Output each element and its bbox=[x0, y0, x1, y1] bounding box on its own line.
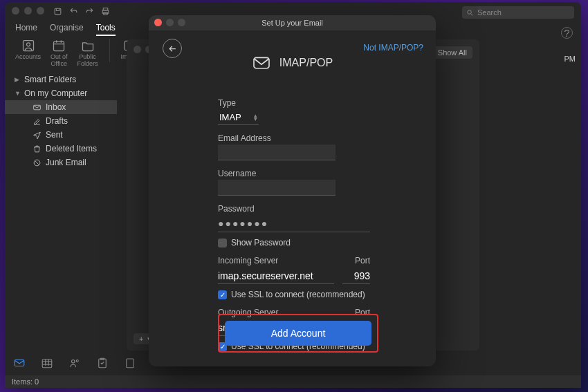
dialog-header: Set Up your Email bbox=[149, 15, 436, 30]
close-dot[interactable] bbox=[154, 19, 162, 26]
type-label: Type bbox=[218, 98, 370, 108]
search-icon bbox=[466, 9, 474, 17]
svg-point-6 bbox=[26, 43, 30, 46]
svg-rect-0 bbox=[55, 8, 61, 15]
traffic-lights bbox=[12, 7, 44, 15]
svg-rect-13 bbox=[42, 360, 52, 368]
incoming-ssl-row[interactable]: ✓Use SSL to connect (recommended) bbox=[218, 290, 370, 299]
svg-point-4 bbox=[468, 10, 472, 14]
svg-rect-17 bbox=[127, 359, 134, 368]
envelope-icon bbox=[252, 55, 271, 71]
password-input[interactable]: ●●●●●●● bbox=[218, 215, 370, 232]
setup-form: Type IMAP▴▾ Email Address Username Passw… bbox=[218, 93, 370, 351]
port-label: Port bbox=[342, 256, 370, 265]
people-tab-icon[interactable] bbox=[68, 357, 81, 372]
calendar-icon bbox=[52, 39, 66, 53]
status-items: Items: 0 bbox=[12, 377, 39, 386]
incoming-port-input[interactable]: 993 bbox=[342, 268, 370, 284]
ribbon-divider bbox=[109, 39, 110, 62]
ribbon-out-of-office[interactable]: Out of Office bbox=[50, 39, 68, 68]
show-all-button[interactable]: Show All bbox=[432, 46, 472, 59]
setup-email-dialog: Set Up your Email Not IMAP/POP? IMAP/POP… bbox=[149, 15, 436, 366]
bottom-tabs bbox=[13, 357, 136, 372]
username-label: Username bbox=[218, 169, 370, 178]
dialog-protocol-title: IMAP/POP bbox=[149, 55, 436, 71]
add-account-highlight: Add Account bbox=[218, 314, 378, 353]
checkbox-checked-icon: ✓ bbox=[218, 290, 227, 299]
close-dot[interactable] bbox=[12, 7, 19, 15]
chevron-right-icon: ▶ bbox=[15, 76, 20, 83]
redo-icon[interactable] bbox=[85, 7, 94, 18]
notes-tab-icon[interactable] bbox=[124, 357, 136, 372]
drafts-icon bbox=[33, 117, 42, 126]
sidebar-smart-folders[interactable]: ▶Smart Folders bbox=[5, 73, 117, 86]
sent-icon bbox=[33, 131, 42, 140]
chevron-down-icon: ▼ bbox=[15, 90, 20, 97]
incoming-server-input[interactable]: imap.secureserver.net bbox=[218, 268, 334, 284]
close-dot[interactable] bbox=[134, 46, 141, 53]
username-input[interactable] bbox=[218, 180, 336, 196]
undo-icon[interactable] bbox=[69, 7, 78, 18]
junk-icon bbox=[33, 158, 42, 167]
trash-icon bbox=[33, 144, 42, 153]
min-dot[interactable] bbox=[166, 19, 174, 26]
min-dot[interactable] bbox=[24, 7, 32, 15]
max-dot[interactable] bbox=[37, 7, 44, 15]
sidebar-inbox[interactable]: Inbox bbox=[5, 100, 117, 114]
add-account-button[interactable]: Add Account bbox=[225, 321, 371, 346]
dialog-title-text: Set Up your Email bbox=[261, 19, 323, 27]
main-tabs: Home Organise Tools bbox=[15, 23, 116, 36]
search-bar[interactable]: Search bbox=[462, 6, 574, 19]
help-icon[interactable]: ? bbox=[561, 27, 573, 39]
save-icon[interactable] bbox=[53, 7, 62, 18]
tasks-tab-icon[interactable] bbox=[96, 357, 109, 372]
svg-rect-5 bbox=[23, 41, 33, 51]
search-placeholder: Search bbox=[477, 8, 502, 17]
folder-icon bbox=[81, 39, 95, 53]
max-dot[interactable] bbox=[178, 19, 185, 26]
tab-tools[interactable]: Tools bbox=[96, 23, 116, 36]
svg-rect-10 bbox=[34, 105, 41, 110]
select-caret-icon: ▴▾ bbox=[254, 114, 257, 121]
arrow-left-icon bbox=[167, 44, 178, 54]
type-select[interactable]: IMAP▴▾ bbox=[218, 109, 259, 125]
svg-rect-12 bbox=[15, 360, 24, 366]
svg-point-15 bbox=[76, 360, 78, 362]
svg-rect-7 bbox=[54, 41, 64, 50]
email-input[interactable] bbox=[218, 144, 336, 160]
svg-point-14 bbox=[72, 360, 75, 364]
mail-tab-icon[interactable] bbox=[13, 357, 26, 372]
ribbon-public-folders[interactable]: Public Folders bbox=[77, 39, 98, 68]
checkbox-unchecked-icon bbox=[218, 239, 227, 248]
sidebar-deleted[interactable]: Deleted Items bbox=[5, 142, 117, 156]
incoming-label: Incoming Server bbox=[218, 256, 342, 265]
print-icon[interactable] bbox=[101, 7, 110, 18]
inbox-icon bbox=[33, 103, 42, 112]
email-label: Email Address bbox=[218, 133, 370, 143]
status-bar: Items: 0 bbox=[5, 375, 581, 388]
not-imap-link[interactable]: Not IMAP/POP? bbox=[363, 43, 423, 53]
ribbon-accounts[interactable]: Accounts bbox=[15, 39, 41, 61]
person-box-icon bbox=[21, 39, 35, 53]
show-password-row[interactable]: Show Password bbox=[218, 238, 370, 248]
svg-rect-18 bbox=[254, 57, 269, 68]
clock-hint: PM bbox=[564, 55, 576, 63]
dialog-traffic-lights bbox=[154, 19, 185, 26]
tab-organise[interactable]: Organise bbox=[50, 23, 84, 36]
sidebar-junk[interactable]: Junk Email bbox=[5, 156, 117, 169]
sidebar: ▶Smart Folders ▼On my Computer Inbox Dra… bbox=[5, 73, 117, 169]
sidebar-on-my-computer[interactable]: ▼On my Computer bbox=[5, 86, 117, 100]
sidebar-sent[interactable]: Sent bbox=[5, 128, 117, 142]
tab-home[interactable]: Home bbox=[15, 23, 37, 36]
sidebar-drafts[interactable]: Drafts bbox=[5, 114, 117, 128]
password-label: Password bbox=[218, 204, 370, 214]
calendar-tab-icon[interactable] bbox=[41, 357, 53, 372]
titlebar-quick-actions bbox=[53, 7, 110, 18]
